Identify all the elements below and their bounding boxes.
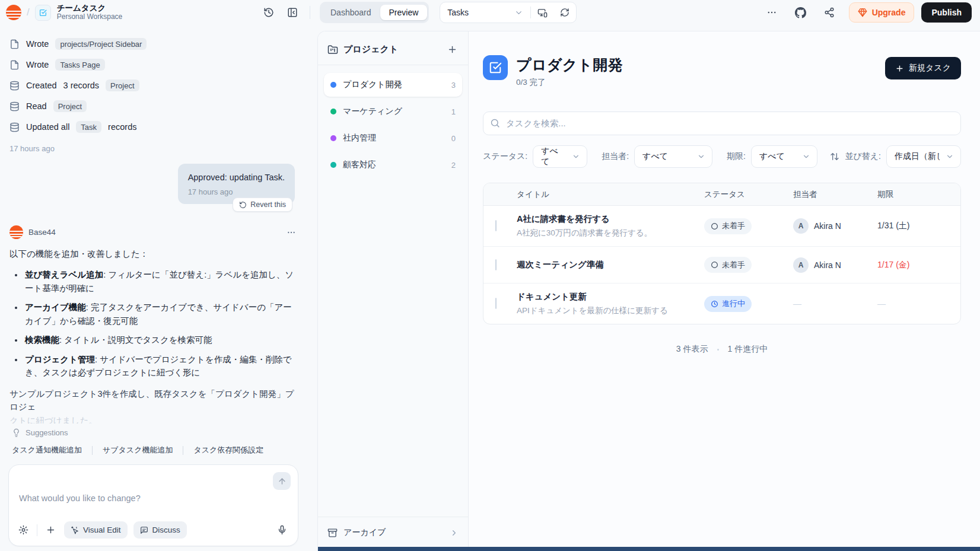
suggestion-chip[interactable]: タスク依存関係設定 (193, 442, 263, 458)
sort-select[interactable]: 作成日（新しい (886, 145, 961, 168)
main-title-block: プロダクト開発 0/3 完了 (516, 55, 623, 88)
app-root: / チームタスク Personal Workspace Dashboard Pr… (0, 0, 980, 551)
publish-button[interactable]: Publish (921, 2, 972, 23)
activity-item[interactable]: Updated all Task records (9, 121, 297, 133)
search-input[interactable] (483, 112, 961, 135)
due-select-value: すべて (759, 151, 785, 162)
project-count: 2 (451, 161, 456, 170)
feature-item: プロジェクト管理: サイドバーでプロジェクトを作成・編集・削除でき、タスクは必ず… (24, 353, 297, 380)
new-task-label: 新規タスク (909, 63, 951, 74)
task-title: A社に請求書を発行する (517, 214, 704, 225)
topbar-right: Upgrade Publish (751, 2, 972, 23)
in-progress-count: 1 件進行中 (728, 344, 768, 355)
project-item[interactable]: 顧客対応 2 (324, 153, 462, 177)
discuss-icon (140, 526, 148, 534)
send-button[interactable] (273, 472, 291, 490)
composer-toolbar: Visual Edit Discuss (9, 521, 298, 546)
project-item[interactable]: プロダクト開発 3 (324, 73, 462, 97)
revert-button[interactable]: Revert this (233, 198, 292, 212)
footer-dot (717, 349, 719, 351)
filter-bar: ステータス: すべて 担当者: すべて 期限 (483, 145, 961, 168)
activity-badge[interactable]: Project (53, 100, 87, 112)
suggestion-chip[interactable]: タスク通知機能追加 (12, 442, 82, 458)
new-task-button[interactable]: 新規タスク (885, 57, 961, 79)
github-icon[interactable] (793, 5, 809, 21)
app-title: チームタスク (57, 4, 123, 13)
task-description: A社宛に30万円の請求書を発行する。 (517, 228, 704, 238)
user-message-text: Approved: updating Task. (188, 173, 285, 182)
status-pill[interactable]: 未着手 (704, 257, 752, 273)
more-menu-icon[interactable] (764, 5, 779, 20)
chevron-down-icon (697, 152, 705, 161)
activity-item[interactable]: Read Project (9, 100, 297, 112)
activity-action: Read (26, 101, 47, 111)
task-checkbox[interactable] (495, 220, 497, 231)
task-title: ドキュメント更新 (517, 291, 704, 302)
project-count: 0 (451, 134, 456, 143)
feature-item: 検索機能: タイトル・説明文でタスクを検索可能 (24, 333, 297, 346)
activity-badge[interactable]: Task (76, 121, 101, 133)
project-item[interactable]: 社内管理 0 (324, 126, 462, 150)
status-circle-icon (711, 222, 718, 230)
app-preview: プロジェクト プロダクト開発 3 マーケティング 1 (317, 31, 980, 551)
table-row[interactable]: 週次ミーティング準備 未着手 A (483, 247, 960, 284)
page-select[interactable]: Tasks (440, 8, 530, 17)
base44-logo[interactable] (6, 5, 21, 20)
mic-icon[interactable] (275, 523, 289, 537)
filter-label: 期限: (727, 151, 746, 162)
status-select[interactable]: すべて (533, 145, 587, 168)
tab-dashboard[interactable]: Dashboard (322, 5, 380, 20)
feature-text: : タイトル・説明文でタスクを検索可能 (59, 335, 212, 345)
assistant-name: Base44 (28, 228, 56, 237)
plus-icon (895, 64, 904, 73)
due-filter: 期限: すべて (727, 145, 817, 168)
status-pill[interactable]: 未着手 (704, 218, 752, 234)
status-pill[interactable]: 進行中 (704, 296, 752, 312)
add-project-icon[interactable] (446, 43, 459, 56)
task-checkbox[interactable] (495, 259, 497, 270)
suggestion-chip[interactable]: サブタスク機能追加 (103, 442, 173, 458)
view-toggle: Dashboard Preview (320, 2, 429, 23)
table-row[interactable]: ドキュメント更新 APIドキュメントを最新の仕様に更新する 進行中 (483, 284, 960, 324)
due-date: 1/17 (金) (877, 260, 960, 270)
assistant-intro: 以下の機能を追加・改善しました： (9, 247, 297, 260)
refresh-icon[interactable] (553, 2, 576, 23)
project-item[interactable]: マーケティング 1 (324, 100, 462, 123)
table-row[interactable]: A社に請求書を発行する A社宛に30万円の請求書を発行する。 未着手 (483, 206, 960, 247)
collapse-panel-icon[interactable] (285, 5, 300, 20)
activity-badge[interactable]: Project (106, 79, 139, 91)
suggestions-header: Suggestions (8, 428, 298, 437)
due-date: 1/31 (土) (877, 221, 960, 231)
app-icon[interactable] (35, 5, 51, 21)
chat-scroll[interactable]: Wrote projects/Project Sidebar Wrote Tas… (0, 33, 307, 423)
arrow-up-icon (278, 477, 287, 486)
activity-item[interactable]: Wrote projects/Project Sidebar (9, 38, 297, 50)
chat-input[interactable] (9, 465, 298, 521)
activity-badge[interactable]: projects/Project Sidebar (55, 38, 147, 50)
message-more-icon[interactable] (285, 227, 297, 238)
settings-icon[interactable] (16, 523, 31, 537)
upgrade-button[interactable]: Upgrade (849, 2, 915, 23)
tab-preview[interactable]: Preview (380, 5, 428, 20)
shown-count: 3 件表示 (676, 344, 708, 355)
feature-list: 並び替えラベル追加: フィルターに「並び替え:」ラベルを追加し、ソート基準が明確… (12, 268, 297, 379)
visual-edit-button[interactable]: Visual Edit (64, 521, 128, 539)
assignee-select[interactable]: すべて (634, 145, 712, 168)
responsive-preview-icon[interactable] (531, 2, 553, 23)
chip-separator (92, 446, 93, 455)
history-icon[interactable] (261, 5, 276, 20)
activity-item[interactable]: Created 3 records Project (9, 79, 297, 91)
share-icon[interactable] (822, 5, 837, 20)
archive-link[interactable]: アーカイブ (318, 517, 468, 551)
attach-plus-icon[interactable] (43, 523, 58, 537)
assignee-cell: — (793, 298, 877, 309)
page-select-value: Tasks (447, 8, 469, 17)
status-label: 未着手 (722, 260, 745, 270)
task-checkbox[interactable] (495, 298, 497, 309)
activity-badge[interactable]: Tasks Page (55, 59, 104, 71)
due-select[interactable]: すべて (751, 145, 817, 168)
discuss-button[interactable]: Discuss (133, 521, 187, 539)
chevron-right-icon (450, 528, 459, 537)
chevron-down-icon (572, 152, 580, 161)
activity-item[interactable]: Wrote Tasks Page (9, 59, 297, 71)
